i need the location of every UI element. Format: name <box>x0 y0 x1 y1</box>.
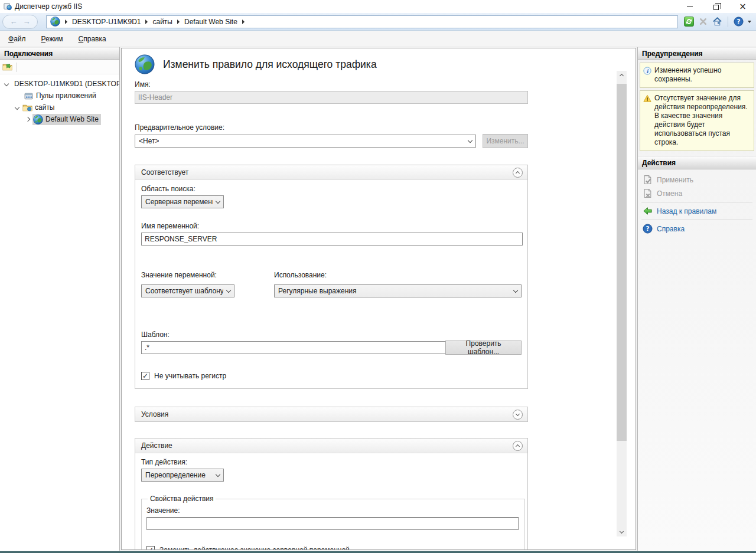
breadcrumb-sites[interactable]: сайты <box>152 18 172 26</box>
breadcrumb-arrow-icon <box>177 19 180 24</box>
cancel-action[interactable]: Отмена <box>638 186 756 200</box>
page-title: Изменить правило для исходящего трафика <box>163 58 377 71</box>
scrollbar-thumb[interactable] <box>617 84 627 441</box>
edit-precondition-button[interactable]: Изменить... <box>483 134 528 148</box>
collapse-section-button[interactable] <box>513 441 523 451</box>
menu-view[interactable]: Режим <box>41 35 63 43</box>
scope-select[interactable]: Серверная переменная <box>141 195 224 208</box>
help-action[interactable]: Справка <box>638 222 756 235</box>
forward-button[interactable]: → <box>23 18 31 25</box>
breadcrumb-arrow-icon <box>242 19 245 24</box>
conditions-section-header[interactable]: Условия <box>135 407 527 421</box>
action-section: Действие Тип действия: Переопределение С… <box>135 438 528 550</box>
breadcrumb-arrow-icon <box>65 19 67 24</box>
restore-button[interactable] <box>703 0 729 13</box>
collapse-section-button[interactable] <box>513 168 523 178</box>
action-value-label: Значение: <box>146 506 520 515</box>
chevron-up-icon <box>620 74 624 78</box>
checkbox-checked-icon[interactable]: ✓ <box>141 372 149 380</box>
precondition-select[interactable]: <Нет> <box>135 135 476 148</box>
breadcrumb-site[interactable]: Default Web Site <box>184 18 237 26</box>
actions-separator <box>641 220 752 220</box>
match-section-header[interactable]: Соответствует <box>135 165 527 180</box>
globe-icon <box>50 17 60 27</box>
help-icon[interactable] <box>734 17 744 27</box>
menu-bar: Файл Режим Справка <box>0 31 756 47</box>
apply-label: Применить <box>657 176 693 184</box>
vertical-scrollbar[interactable] <box>617 71 627 536</box>
minimize-button[interactable] <box>676 0 703 13</box>
actions-header: Действия <box>638 156 756 169</box>
chevron-down-icon <box>516 411 520 415</box>
tree-item-server[interactable]: DESKTOP-U1MK9D1 (DESKTOP <box>0 78 119 90</box>
scroll-down-button[interactable] <box>617 526 627 536</box>
apply-icon <box>643 175 653 185</box>
expander-right-icon[interactable] <box>25 117 30 122</box>
tree-item-app-pools[interactable]: Пулы приложений <box>0 90 119 102</box>
app-pools-icon <box>24 91 34 101</box>
tree-item-default-web-site[interactable]: Default Web Site <box>0 113 119 125</box>
ignore-case-checkbox-row[interactable]: ✓ Не учитывать регистр <box>141 372 522 380</box>
action-value-input[interactable] <box>146 517 519 530</box>
close-button[interactable]: × <box>729 0 756 13</box>
rule-name-input <box>135 91 528 104</box>
combo-chevron-icon <box>216 472 220 477</box>
action-section-title: Действие <box>141 441 172 450</box>
navigation-bar: ← → DESKTOP-U1MK9D1 сайты Default Web Si… <box>0 13 756 31</box>
action-type-label: Тип действия: <box>141 458 522 466</box>
using-label: Использование: <box>274 271 522 279</box>
test-pattern-button[interactable]: Проверить шаблон... <box>445 341 522 355</box>
replace-value-label: Заменить действующее значение серверной … <box>159 546 350 550</box>
variable-value-select[interactable]: Соответствует шаблону <box>141 284 234 297</box>
connections-tree: DESKTOP-U1MK9D1 (DESKTOP Пулы приложений… <box>0 74 119 125</box>
precondition-label: Предварительное условие: <box>135 123 636 132</box>
match-section: Соответствует Область поиска: Серверная … <box>135 165 528 389</box>
home-icon[interactable] <box>712 17 722 27</box>
breadcrumb-arrow-icon <box>145 19 148 24</box>
match-section-title: Соответствует <box>141 168 188 176</box>
address-bar[interactable]: DESKTOP-U1MK9D1 сайты Default Web Site <box>46 15 678 28</box>
info-alert-text: Изменения успешно сохранены. <box>654 66 751 84</box>
save-connection-icon[interactable] <box>2 62 12 72</box>
scope-value: Серверная переменная <box>145 198 213 206</box>
variable-name-input[interactable] <box>141 233 523 246</box>
chevron-up-icon <box>516 171 520 175</box>
expand-section-button[interactable] <box>513 410 523 420</box>
actions-panel: Предупреждения Изменения успешно сохране… <box>637 47 756 551</box>
toolbar-separator <box>728 17 728 27</box>
connections-header: Подключения <box>0 47 119 60</box>
back-to-rules-action[interactable]: Назад к правилам <box>638 204 756 218</box>
menu-help[interactable]: Справка <box>79 35 106 43</box>
checkbox-checked-icon[interactable]: ✓ <box>146 546 155 550</box>
expander-down-icon[interactable] <box>4 81 9 86</box>
variable-name-label: Имя переменной: <box>141 222 522 230</box>
using-select[interactable]: Регулярные выражения <box>274 284 522 297</box>
action-section-header[interactable]: Действие <box>135 439 527 453</box>
menu-file[interactable]: Файл <box>8 35 26 43</box>
toolbar-separator <box>16 63 17 72</box>
apply-action[interactable]: Применить <box>638 173 756 186</box>
replace-value-checkbox-row[interactable]: ✓ Заменить действующее значение серверно… <box>146 546 520 550</box>
restart-icon[interactable] <box>684 17 694 27</box>
action-type-value: Переопределение <box>145 471 206 479</box>
close-icon: × <box>739 2 747 11</box>
pattern-input[interactable] <box>141 341 445 354</box>
back-button[interactable]: ← <box>10 18 18 25</box>
scroll-up-button[interactable] <box>617 71 627 81</box>
help-dropdown-icon[interactable] <box>748 21 751 23</box>
minimize-icon <box>687 6 693 7</box>
tree-item-label: Пулы приложений <box>36 91 96 100</box>
breadcrumb-server[interactable]: DESKTOP-U1MK9D1 <box>72 18 141 26</box>
action-type-select[interactable]: Переопределение <box>141 469 224 482</box>
selected-tree-item[interactable]: Default Web Site <box>32 114 101 125</box>
tree-item-label: DESKTOP-U1MK9D1 (DESKTOP <box>14 80 119 88</box>
expander-down-icon[interactable] <box>15 105 19 110</box>
info-icon <box>643 67 651 75</box>
action-properties-group: Свойства действия Значение: ✓ Заменить д… <box>141 495 525 550</box>
combo-chevron-icon <box>216 199 220 204</box>
tree-item-sites[interactable]: сайты <box>0 102 119 113</box>
combo-chevron-icon <box>513 288 518 293</box>
conditions-section: Условия <box>135 407 528 422</box>
stop-icon[interactable] <box>698 17 708 27</box>
history-navigation: ← → <box>2 15 38 29</box>
